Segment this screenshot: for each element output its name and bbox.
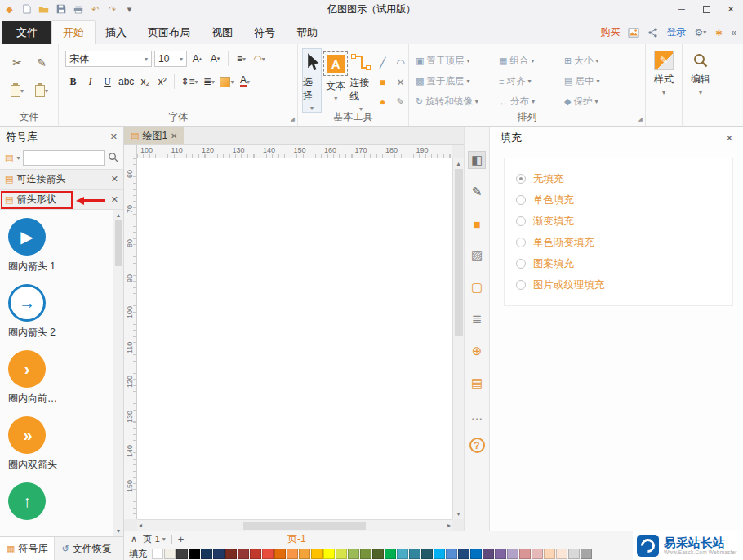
expand-panel-icon[interactable]: ∧	[131, 534, 137, 544]
radio-icon[interactable]	[516, 259, 526, 269]
palette-swatch[interactable]	[176, 549, 188, 559]
fill-option-6[interactable]: 图片或纹理填充	[516, 274, 732, 296]
horizontal-scrollbar[interactable]: ◂ ▸	[137, 519, 452, 531]
palette-swatch[interactable]	[544, 549, 555, 559]
palette-swatch[interactable]	[225, 549, 237, 559]
cut-icon[interactable]: ✂	[12, 56, 22, 69]
fill-option-5[interactable]: 图案填充	[516, 253, 732, 274]
symbol-list-scrollbar[interactable]: ▴▾	[113, 210, 123, 536]
align-icon[interactable]: ≡▾	[234, 51, 249, 67]
palette-swatch[interactable]	[360, 549, 372, 559]
radio-icon[interactable]	[516, 195, 526, 205]
palette-swatch[interactable]	[262, 549, 274, 559]
palette-swatch[interactable]	[299, 549, 310, 559]
scroll-right-icon[interactable]: ▸	[447, 522, 451, 529]
scroll-down-icon[interactable]: ▾	[453, 510, 464, 518]
decrease-font-icon[interactable]: A▾	[207, 51, 223, 67]
bullet-list-icon[interactable]: ≣▾	[201, 73, 216, 90]
horizontal-scroll-thumb[interactable]	[243, 522, 366, 530]
settings-gear-icon[interactable]: ⚙▾	[694, 27, 706, 38]
palette-swatch[interactable]	[372, 549, 384, 559]
symbol-search-input[interactable]	[23, 150, 105, 166]
palette-swatch[interactable]	[409, 549, 420, 559]
select-tool-button[interactable]: 选择 ▾	[302, 48, 322, 113]
increase-font-icon[interactable]: A▴	[189, 51, 205, 67]
tab-符号[interactable]: 符号	[243, 21, 286, 44]
line-tool-icon[interactable]: ╱	[380, 57, 385, 69]
format-painter-icon[interactable]: ✎	[37, 56, 47, 69]
palette-swatch[interactable]	[421, 549, 433, 559]
font-dialog-launcher-icon[interactable]: ◢	[291, 116, 295, 122]
print-icon[interactable]	[72, 2, 84, 16]
font-size-select[interactable]: 10▾	[154, 51, 187, 67]
tab-视图[interactable]: 视图	[201, 21, 243, 44]
line-spacing-icon[interactable]: ⇕≡▾	[179, 73, 199, 90]
text-tool-button[interactable]: A 文本 ▾	[323, 48, 348, 113]
palette-swatch[interactable]	[287, 549, 298, 559]
palette-swatch[interactable]	[397, 549, 408, 559]
style-button[interactable]: ✎ 样式 ▾	[646, 44, 682, 96]
close-fill-panel-icon[interactable]: ✕	[726, 133, 733, 144]
quick-color-tool-icon[interactable]: ■	[468, 215, 486, 233]
close-panel-icon[interactable]: ✕	[110, 131, 118, 142]
add-page-icon[interactable]: +	[178, 533, 185, 545]
superscript-button[interactable]: x²	[154, 73, 170, 90]
palette-swatch[interactable]	[507, 549, 518, 559]
minimize-button[interactable]: ─	[670, 0, 694, 18]
tab-开始[interactable]: 开始	[52, 21, 95, 44]
tab-页面布局[interactable]: 页面布局	[137, 21, 201, 44]
file-menu-button[interactable]: 文件	[2, 21, 52, 44]
font-color-icon[interactable]: A▾	[237, 73, 252, 90]
hyperlink-tool-icon[interactable]: ⊕	[468, 342, 486, 360]
page-list-tool-icon[interactable]: ≣	[468, 310, 486, 328]
fill-option-1[interactable]: 无填充	[516, 168, 732, 189]
line-style-tool-icon[interactable]: ✎	[468, 183, 486, 201]
palette-swatch[interactable]	[556, 549, 567, 559]
undo-icon[interactable]: ↶	[89, 2, 101, 16]
highlight-color-icon[interactable]: ▾	[218, 73, 235, 90]
tab-帮助[interactable]: 帮助	[286, 21, 328, 44]
library-dropdown-icon[interactable]: ▾	[16, 154, 20, 162]
symbol-item[interactable]: →圈内箭头 2	[8, 284, 112, 340]
palette-swatch[interactable]	[213, 549, 225, 559]
palette-swatch[interactable]	[189, 549, 200, 559]
fill-option-3[interactable]: 渐变填充	[516, 211, 732, 232]
symbol-search-icon[interactable]	[108, 152, 118, 165]
arrange-item-5[interactable]: ≡对齐▾	[499, 75, 564, 87]
buy-link[interactable]: 购买	[600, 25, 620, 39]
arc-tool-icon[interactable]: ◠	[396, 57, 404, 69]
palette-swatch[interactable]	[250, 549, 261, 559]
fill-option-4[interactable]: 单色渐变填充	[516, 232, 732, 253]
palette-swatch[interactable]	[311, 549, 323, 559]
copy-icon[interactable]: ▾	[35, 85, 48, 97]
palette-swatch[interactable]	[385, 549, 396, 559]
palette-swatch[interactable]	[274, 549, 286, 559]
vertical-scroll-thumb[interactable]	[455, 169, 463, 336]
radio-icon[interactable]	[516, 174, 526, 184]
symbol-item[interactable]: ›圈内向前…	[8, 350, 112, 406]
library-section-connectable-arrows[interactable]: ▤ 可连接箭头 ✕	[0, 169, 123, 189]
radio-icon[interactable]	[516, 238, 526, 247]
login-link[interactable]: 登录	[666, 25, 686, 39]
arrange-item-8[interactable]: ↔分布▾	[499, 96, 564, 108]
picture-tool-icon[interactable]: ▨	[468, 247, 486, 264]
symbol-item[interactable]: ↑	[8, 482, 112, 520]
close-library-icon[interactable]: ✕	[111, 194, 118, 205]
palette-swatch[interactable]	[458, 549, 469, 559]
tab-插入[interactable]: 插入	[95, 21, 137, 44]
page-selector[interactable]: 页-1 ▾	[143, 533, 166, 545]
save-icon[interactable]	[55, 2, 67, 16]
rectangle-tool-icon[interactable]: ■	[380, 77, 385, 88]
palette-swatch[interactable]	[568, 549, 580, 559]
share-icon[interactable]	[647, 28, 658, 38]
palette-swatch[interactable]	[519, 549, 531, 559]
arrange-item-1[interactable]: ▣置于顶层▾	[416, 55, 499, 67]
drawing-canvas[interactable]	[137, 158, 452, 519]
library-layers-icon[interactable]: ▤	[5, 153, 13, 163]
text-on-curve-icon[interactable]: ◠▾	[251, 51, 267, 67]
export-image-icon[interactable]	[628, 28, 639, 38]
palette-swatch[interactable]	[152, 549, 163, 559]
palette-swatch[interactable]	[164, 549, 176, 559]
vertical-scrollbar[interactable]: ▴ ▾	[452, 158, 464, 519]
fill-tool-icon[interactable]: ◧	[468, 151, 486, 169]
